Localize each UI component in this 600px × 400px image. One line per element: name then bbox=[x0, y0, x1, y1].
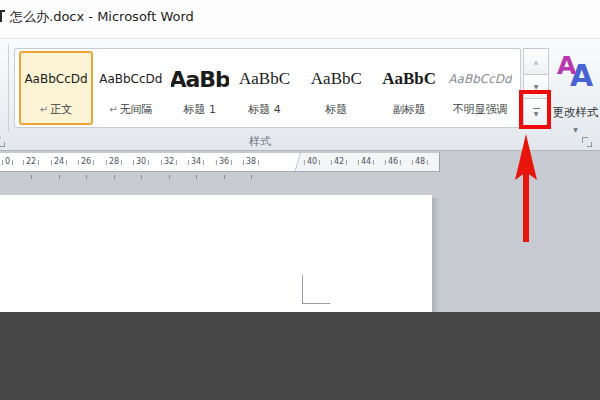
style-sample: AaBbC bbox=[311, 58, 362, 100]
style-item-heading1[interactable]: AaBb 标题 1 bbox=[169, 51, 231, 125]
return-mark-icon: ↵ bbox=[40, 104, 48, 115]
ruler-label: 26 bbox=[78, 158, 94, 166]
change-styles-label: 更改样式 bbox=[551, 105, 600, 120]
dialog-launcher-icon[interactable] bbox=[0, 137, 5, 147]
style-sample: AaBbC bbox=[239, 58, 290, 100]
style-label: 标题 4 bbox=[248, 102, 281, 117]
style-label: 正文 bbox=[50, 102, 72, 117]
ruler-tick bbox=[251, 175, 252, 179]
ruler-tick bbox=[141, 175, 142, 179]
scroll-up-icon: ▲ bbox=[534, 59, 539, 65]
chevron-down-icon: ▼ bbox=[551, 126, 600, 133]
ruler-tick bbox=[196, 175, 197, 179]
style-item-normal[interactable]: AaBbCcDd ↵正文 bbox=[19, 51, 93, 125]
change-styles-icon: A A bbox=[551, 51, 600, 97]
window-title: 怎么办.docx - Microsoft Word bbox=[10, 8, 194, 26]
style-sample: AaBbCcDd bbox=[448, 58, 511, 100]
styles-group-label: 样式 bbox=[0, 134, 520, 149]
ruler-tick bbox=[169, 175, 170, 179]
ruler-tick bbox=[59, 175, 60, 179]
styles-gallery: AaBbCcDd ↵正文 AaBbCcDd ↵无间隔 AaBb 标题 1 AaB… bbox=[14, 48, 521, 128]
ruler-label: 46 bbox=[385, 158, 401, 166]
ruler-label: 22 bbox=[23, 158, 39, 166]
style-label: 无间隔 bbox=[120, 102, 153, 117]
style-item-title[interactable]: AaBbC 标题 bbox=[298, 51, 374, 125]
annotation-highlight-box bbox=[519, 90, 551, 129]
styles-dialog-launcher-icon[interactable] bbox=[582, 137, 592, 147]
gallery-scroll-up-button[interactable]: ▲ bbox=[523, 48, 549, 75]
style-label: 标题 bbox=[325, 102, 347, 117]
style-label: 副标题 bbox=[393, 102, 426, 117]
ruler-label: 32 bbox=[161, 158, 177, 166]
group-separator bbox=[8, 44, 9, 132]
ruler-label: 42 bbox=[331, 158, 347, 166]
ruler-label: 36 bbox=[216, 158, 232, 166]
style-label: 不明显强调 bbox=[452, 102, 507, 117]
style-item-heading4[interactable]: AaBbC 标题 4 bbox=[233, 51, 295, 125]
ruler-tick bbox=[86, 175, 87, 179]
ruler-label: 30 bbox=[133, 158, 149, 166]
style-item-subtitle[interactable]: AaBbC 副标题 bbox=[377, 51, 441, 125]
document-page[interactable] bbox=[0, 195, 432, 312]
page-shadow bbox=[432, 198, 439, 312]
title-bar: 怎么办.docx - Microsoft Word bbox=[0, 0, 600, 38]
style-sample: AaBb bbox=[169, 58, 229, 100]
style-label: 标题 1 bbox=[183, 102, 216, 117]
annotation-arrow-up-icon bbox=[506, 130, 546, 245]
ruler-label: 0 bbox=[2, 158, 13, 166]
ruler-tick bbox=[114, 175, 115, 179]
ruler-tick bbox=[224, 175, 225, 179]
style-item-subtle-emphasis[interactable]: AaBbCcDd 不明显强调 bbox=[444, 51, 516, 125]
ruler-label: 34 bbox=[188, 158, 204, 166]
horizontal-ruler[interactable]: 0 22 24 26 28 30 32 34 36 38 40 42 44 46… bbox=[0, 152, 440, 172]
ruler-label: 44 bbox=[358, 158, 374, 166]
style-item-no-spacing[interactable]: AaBbCcDd ↵无间隔 bbox=[96, 51, 166, 125]
ruler-tick bbox=[31, 175, 32, 179]
ruler-label: 48 bbox=[412, 158, 428, 166]
page-margin-corner-mark bbox=[302, 275, 330, 304]
bottom-dark-bar bbox=[0, 312, 600, 400]
return-mark-icon: ↵ bbox=[109, 104, 117, 115]
ruler-label: 24 bbox=[51, 158, 67, 166]
style-sample: AaBbCcDd bbox=[24, 58, 87, 100]
scroll-down-icon: ▼ bbox=[534, 84, 539, 90]
ruler-label: 38 bbox=[243, 158, 259, 166]
style-sample: AaBbC bbox=[382, 58, 436, 100]
style-sample: AaBbCcDd bbox=[99, 58, 162, 100]
ruler-label: 28 bbox=[106, 158, 122, 166]
clipped-character-fragment bbox=[0, 10, 5, 22]
ruler-label: 40 bbox=[304, 158, 320, 166]
change-styles-button[interactable]: A A 更改样式 ▼ bbox=[551, 49, 600, 165]
